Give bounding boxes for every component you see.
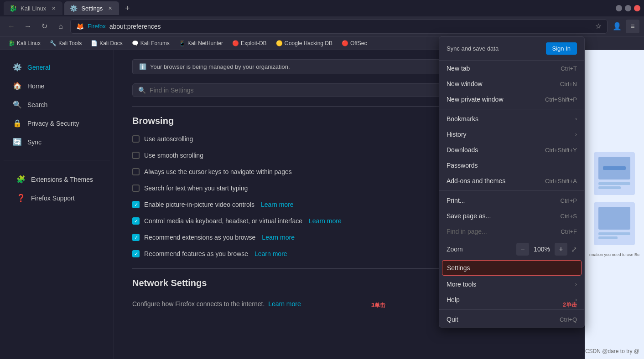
menu-item-find-page[interactable]: Find in page... Ctrl+F <box>439 224 584 239</box>
picture-in-picture-checkbox[interactable] <box>132 201 140 208</box>
picture-in-picture-learn-more[interactable]: Learn more <box>261 201 294 208</box>
cursor-keys-checkbox[interactable] <box>132 168 140 175</box>
menu-item-help[interactable]: Help › <box>439 292 584 308</box>
downloads-shortcut: Ctrl+Shift+Y <box>545 147 577 154</box>
minimize-button[interactable] <box>616 5 622 11</box>
recommend-extensions-checkbox[interactable] <box>132 234 140 241</box>
menu-item-new-private[interactable]: New private window Ctrl+Shift+P <box>439 92 584 107</box>
smooth-scroll-checkbox[interactable] <box>132 152 140 159</box>
bookmark-google-hacking-label: Google Hacking DB <box>285 40 332 46</box>
recommend-features-learn-more[interactable]: Learn more <box>254 250 287 257</box>
close-button[interactable] <box>634 5 640 11</box>
new-private-shortcut: Ctrl+Shift+P <box>545 96 577 103</box>
bookmark-exploit-db-label: Exploit-DB <box>241 40 267 46</box>
settings-tab-icon: ⚙️ <box>70 5 78 12</box>
settings-tab-close[interactable]: ✕ <box>106 5 114 12</box>
save-page-shortcut: Ctrl+S <box>561 213 577 220</box>
network-learn-more[interactable]: Learn more <box>268 300 301 308</box>
home-button[interactable]: ⌂ <box>54 20 68 33</box>
bookmark-kali-nethunter[interactable]: 📱 Kali NetHunter <box>175 39 227 47</box>
recommend-features-label: Recommend features as you browse <box>144 250 248 257</box>
recommend-features-checkbox[interactable] <box>132 250 140 257</box>
sidebar-item-support-label: Firefox Support <box>31 195 75 202</box>
sidebar-item-search[interactable]: 🔍 Search <box>4 96 110 113</box>
zoom-increase-button[interactable]: + <box>555 243 567 256</box>
bookmark-kali-linux[interactable]: 🐉 Kali Linux <box>5 39 44 47</box>
kali-tab-icon: 🐉 <box>9 5 17 12</box>
menu-item-downloads[interactable]: Downloads Ctrl+Shift+Y <box>439 142 584 158</box>
dropdown-title: Sync and save data <box>447 45 499 52</box>
media-keyboard-label: Control media via keyboard, headset, or … <box>144 217 302 225</box>
help-chevron: › <box>575 297 577 303</box>
search-text-checkbox[interactable] <box>132 185 140 192</box>
bookmark-star-icon[interactable]: ☆ <box>595 22 602 31</box>
dropdown-header: Sync and save data Sign In <box>439 37 584 61</box>
find-page-label: Find in page... <box>447 228 487 235</box>
sync-icon: 🔄 <box>13 138 22 146</box>
back-button[interactable]: ← <box>5 20 18 33</box>
menu-item-addons[interactable]: Add-ons and themes Ctrl+Shift+A <box>439 173 584 189</box>
menu-item-new-window[interactable]: New window Ctrl+N <box>439 76 584 92</box>
sidebar-item-home[interactable]: 🏠 Home <box>4 77 110 95</box>
sign-in-button[interactable]: Sign In <box>546 42 577 55</box>
menu-item-settings[interactable]: Settings <box>442 260 582 276</box>
forward-button[interactable]: → <box>21 20 35 33</box>
find-search-icon: 🔍 <box>138 87 146 94</box>
bookmark-kali-docs[interactable]: 📄 Kali Docs <box>87 39 126 47</box>
history-label: History <box>447 131 467 138</box>
zoom-expand-icon[interactable]: ⤢ <box>571 245 577 254</box>
autoscroll-checkbox[interactable] <box>132 135 140 143</box>
media-keyboard-checkbox[interactable] <box>132 217 140 225</box>
reload-button[interactable]: ↻ <box>37 20 51 33</box>
tab-settings[interactable]: ⚙️ Settings ✕ <box>64 1 119 15</box>
zoom-value: 100% <box>533 246 551 253</box>
nav-bar: ← → ↻ ⌂ 🦊 Firefox ☆ 👤 ≡ <box>0 16 644 36</box>
sidebar-item-support[interactable]: ❓ Firefox Support <box>7 189 106 207</box>
menu-item-bookmarks[interactable]: Bookmarks › <box>439 111 584 127</box>
zoom-decrease-button[interactable]: − <box>516 243 529 256</box>
media-keyboard-learn-more[interactable]: Learn more <box>309 217 342 225</box>
bookmark-exploit-db[interactable]: 🔴 Exploit-DB <box>229 39 270 47</box>
menu-item-save-page[interactable]: Save page as... Ctrl+S <box>439 208 584 224</box>
recommend-extensions-learn-more[interactable]: Learn more <box>262 234 295 241</box>
tab-kali-linux[interactable]: 🐉 Kali Linux ✕ <box>4 1 62 15</box>
bookmark-kali-forums[interactable]: 🗨️ Kali Forums <box>128 39 173 47</box>
offsec-icon: 🔴 <box>342 40 348 46</box>
title-bar: 🐉 Kali Linux ✕ ⚙️ Settings ✕ + <box>0 0 644 16</box>
menu-item-quit[interactable]: Quit Ctrl+Q <box>439 312 584 327</box>
menu-item-history[interactable]: History › <box>439 127 584 142</box>
bookmarks-chevron: › <box>575 116 577 122</box>
bookmark-offsec[interactable]: 🔴 OffSec <box>338 39 370 47</box>
settings-tab-label: Settings <box>81 5 103 12</box>
addons-label: Add-ons and themes <box>447 177 505 185</box>
url-input[interactable] <box>109 23 592 30</box>
window-controls <box>616 5 640 11</box>
menu-item-print[interactable]: Print... Ctrl+P <box>439 193 584 208</box>
bookmark-google-hacking[interactable]: 🟡 Google Hacking DB <box>272 39 336 47</box>
network-desc-text: Configure how Firefox connects to the in… <box>132 300 265 308</box>
bookmark-kali-tools[interactable]: 🔧 Kali Tools <box>46 39 85 47</box>
kali-tab-close[interactable]: ✕ <box>50 5 57 12</box>
new-tab-button[interactable]: + <box>121 2 134 15</box>
sidebar-item-extensions[interactable]: 🧩 Extensions & Themes <box>7 170 106 188</box>
panel-card-2 <box>594 202 635 245</box>
bookmark-kali-tools-label: Kali Tools <box>58 40 82 46</box>
sidebar-item-general-label: General <box>27 64 50 71</box>
menu-item-passwords[interactable]: Passwords <box>439 158 584 173</box>
home-icon: 🏠 <box>13 82 22 90</box>
kali-docs-icon: 📄 <box>91 40 98 46</box>
network-desc: Configure how Firefox connects to the in… <box>132 300 301 308</box>
menu-button[interactable]: ≡ <box>626 20 639 33</box>
sidebar-item-privacy[interactable]: 🔒 Privacy & Security <box>4 114 110 132</box>
sidebar-item-sync[interactable]: 🔄 Sync <box>4 133 110 151</box>
sidebar-item-general[interactable]: ⚙️ General <box>4 58 110 76</box>
sidebar-item-search-label: Search <box>27 101 47 108</box>
new-tab-shortcut: Ctrl+T <box>561 65 577 72</box>
search-nav-icon: 🔍 <box>13 100 22 109</box>
address-bar[interactable]: 🦊 Firefox ☆ <box>70 19 608 34</box>
new-private-label: New private window <box>447 96 504 103</box>
menu-item-more-tools[interactable]: More tools › <box>439 277 584 292</box>
menu-item-new-tab[interactable]: New tab Ctrl+T <box>439 61 584 76</box>
maximize-button[interactable] <box>625 5 631 11</box>
profile-button[interactable]: 👤 <box>610 20 624 33</box>
